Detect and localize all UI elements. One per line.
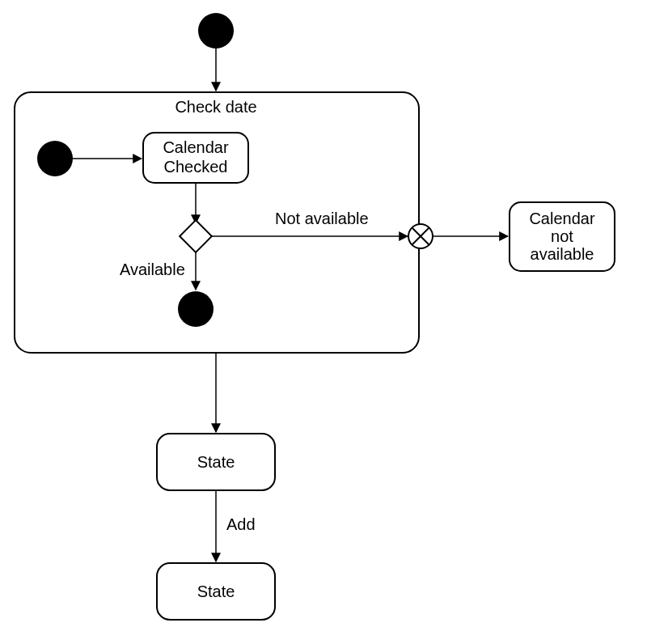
state-calendar-not-available-label-1: Calendar (529, 210, 595, 227)
state-diagram: Check date Calendar Checked Not availabl… (0, 0, 647, 644)
initial-node-inner (37, 141, 73, 176)
state-calendar-not-available-label-3: available (531, 245, 594, 263)
edge-label-not-available: Not available (275, 210, 369, 227)
exit-point-icon (408, 224, 433, 248)
state-node-2-label: State (197, 583, 235, 600)
edge-label-add: Add (226, 515, 256, 533)
initial-node-outer (198, 13, 234, 49)
edge-label-available: Available (120, 261, 185, 278)
state-node-1-label: State (197, 453, 235, 471)
state-calendar-checked-label-1: Calendar (163, 138, 229, 156)
final-node-inner (178, 291, 214, 327)
state-calendar-checked-label-2: Checked (164, 158, 228, 176)
state-calendar-not-available-label-2: not (551, 227, 573, 245)
container-title: Check date (175, 98, 256, 116)
decision-node (180, 220, 212, 252)
